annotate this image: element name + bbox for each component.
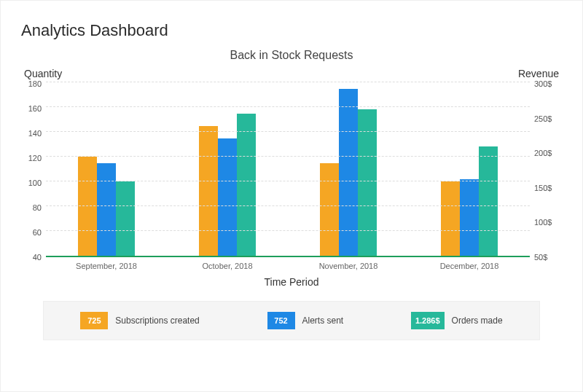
- y-tick: 60: [33, 229, 42, 237]
- y-tick: 140: [28, 130, 42, 138]
- x-category: October, 2018: [167, 257, 288, 270]
- y-tick: 180: [28, 80, 42, 88]
- y-axis: 406080100120140160180: [21, 84, 46, 257]
- legend-alerts: 752 Alerts sent: [267, 312, 344, 329]
- y2-tick: 200$: [534, 149, 552, 157]
- legend: 725 Subscriptions created 752 Alerts sen…: [43, 301, 540, 340]
- chart-plot: [46, 84, 530, 257]
- legend-alerts-label: Alerts sent: [302, 315, 344, 326]
- bar-orders-made: [237, 114, 256, 256]
- x-category: November, 2018: [288, 257, 409, 270]
- y-tick: 160: [28, 105, 42, 113]
- bar-alerts-sent: [460, 179, 479, 256]
- y-tick: 40: [33, 254, 42, 262]
- y2-axis-label: Revenue: [518, 68, 559, 79]
- y-tick: 100: [28, 179, 42, 187]
- analytics-dashboard: Analytics Dashboard Back in Stock Reques…: [0, 0, 583, 392]
- bar-orders-made: [479, 146, 498, 256]
- legend-orders-label: Orders made: [452, 315, 503, 326]
- legend-subscriptions-value: 725: [80, 312, 108, 329]
- y2-tick: 250$: [534, 114, 552, 122]
- grid-line: [46, 106, 530, 107]
- x-axis-categories: September, 2018October, 2018November, 20…: [46, 257, 530, 270]
- y2-tick: 150$: [534, 184, 552, 192]
- x-category: September, 2018: [46, 257, 167, 270]
- bar-orders-made: [116, 181, 135, 256]
- chart-frame: Quantity Revenue 406080100120140160180 5…: [21, 68, 562, 377]
- chart-title: Back in Stock Requests: [21, 49, 562, 62]
- bar-alerts-sent: [97, 163, 116, 256]
- x-category: December, 2018: [409, 257, 530, 270]
- bar-subscriptions-created: [441, 181, 460, 256]
- grid-line: [46, 131, 530, 132]
- page-title: Analytics Dashboard: [21, 21, 562, 40]
- legend-orders-value: 1.286$: [411, 312, 445, 329]
- y2-tick: 300$: [534, 80, 552, 88]
- y2-tick: 100$: [534, 219, 552, 227]
- grid-line: [46, 205, 530, 206]
- grid-line: [46, 156, 530, 157]
- y-tick: 80: [33, 204, 42, 212]
- legend-subscriptions: 725 Subscriptions created: [80, 312, 199, 329]
- bar-subscriptions-created: [199, 126, 218, 256]
- legend-subscriptions-label: Subscriptions created: [115, 315, 199, 326]
- legend-alerts-value: 752: [267, 312, 295, 329]
- y2-tick: 50$: [534, 254, 547, 262]
- grid-line: [46, 82, 530, 82]
- grid-line: [46, 181, 530, 181]
- y-axis-label: Quantity: [24, 68, 62, 79]
- y-tick: 120: [28, 154, 42, 162]
- bar-subscriptions-created: [78, 157, 97, 256]
- x-axis-label: Time Period: [21, 276, 562, 288]
- bar-subscriptions-created: [320, 163, 339, 256]
- grid-line: [46, 230, 530, 231]
- y2-axis: 50$100$150$200$250$300$: [530, 84, 562, 257]
- legend-orders: 1.286$ Orders made: [411, 312, 503, 329]
